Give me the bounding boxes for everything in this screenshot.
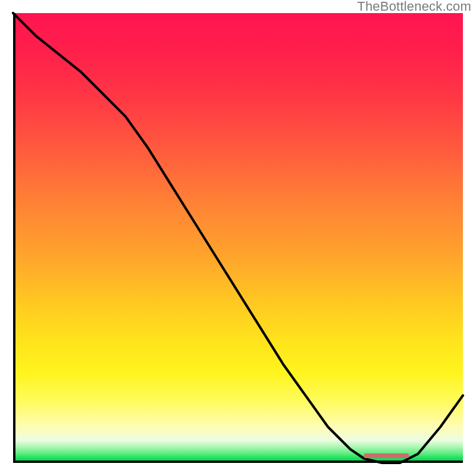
plot-area bbox=[13, 13, 463, 463]
bottleneck-chart: TheBottleneck.com bbox=[0, 0, 476, 476]
optimal-range-marker bbox=[364, 453, 409, 458]
curve-layer bbox=[13, 13, 463, 463]
bottleneck-curve bbox=[13, 13, 463, 463]
attribution-text: TheBottleneck.com bbox=[357, 0, 471, 14]
